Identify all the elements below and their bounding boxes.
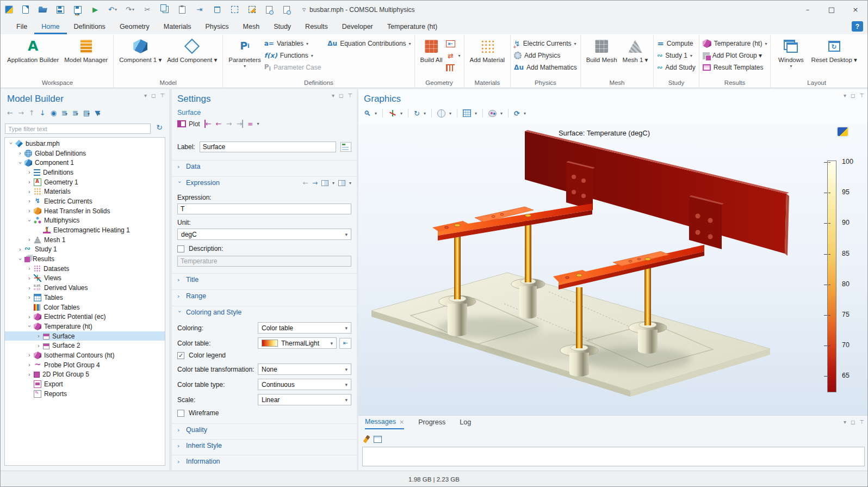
tree-item-global-definitions[interactable]: ›Global Definitions bbox=[5, 149, 165, 158]
section-expression[interactable]: ›Expression ← → ▾ ▾ bbox=[172, 176, 357, 189]
panel-pin-icon[interactable]: ⊤ bbox=[160, 93, 165, 98]
tree-item-multiphysics[interactable]: ›Multiphysics bbox=[5, 216, 165, 226]
menu-tab-home[interactable]: Home bbox=[34, 19, 66, 34]
expand-arrow[interactable]: › bbox=[26, 314, 33, 320]
panel-pin-icon[interactable]: ⊤ bbox=[348, 93, 352, 98]
plot-next-icon[interactable]: → bbox=[226, 120, 232, 128]
tree-item-materials[interactable]: ›Materials bbox=[5, 187, 165, 196]
color-table-transformation-dropdown[interactable]: None▾ bbox=[258, 363, 351, 375]
model-tree-nodes-icon[interactable]: ▤▾ bbox=[83, 109, 90, 117]
expand-arrow[interactable]: › bbox=[26, 169, 33, 175]
plot-first-icon[interactable]: ← bbox=[204, 120, 212, 128]
geometry-sync-button[interactable]: ⇄▾ bbox=[446, 51, 461, 60]
equation-contributions-button[interactable]: Δu Equation Contributions▾ bbox=[327, 38, 411, 50]
electric-currents-button[interactable]: ↯ Electric Currents▾ bbox=[514, 38, 577, 50]
add-material-button[interactable]: Add Material bbox=[468, 36, 507, 64]
help-button[interactable]: ? bbox=[852, 21, 863, 32]
tree-item-reports[interactable]: ›Reports bbox=[5, 389, 165, 399]
tree-item-results[interactable]: ›Results bbox=[5, 254, 165, 264]
menu-tab-physics[interactable]: Physics bbox=[198, 19, 235, 34]
tree-item-electric-currents[interactable]: ›Electric Currents bbox=[5, 196, 165, 206]
panel-float-icon[interactable]: ◻ bbox=[151, 93, 156, 98]
plot-last-icon[interactable]: → bbox=[236, 120, 243, 128]
panel-float-icon[interactable]: ◻ bbox=[851, 419, 855, 425]
unit-dropdown[interactable]: degC▾ bbox=[177, 229, 351, 240]
section-information[interactable]: ›Information bbox=[172, 455, 357, 467]
tree-item-mesh-1[interactable]: ›Mesh 1 bbox=[5, 235, 165, 245]
expand-arrow[interactable]: › bbox=[16, 150, 24, 156]
color-palette-icon[interactable] bbox=[488, 110, 497, 117]
expand-all-icon[interactable]: ≣▾ bbox=[72, 109, 78, 117]
expand-arrow[interactable]: › bbox=[26, 362, 33, 368]
panel-menu-icon[interactable]: ▾ bbox=[844, 93, 846, 98]
plot-image-icon[interactable] bbox=[838, 127, 848, 136]
expand-arrow[interactable]: › bbox=[26, 294, 33, 300]
expand-arrow[interactable]: › bbox=[27, 217, 33, 224]
tree-item-study-1[interactable]: ›Study 1 bbox=[5, 245, 165, 255]
move-up-icon[interactable]: ↑ bbox=[29, 109, 35, 117]
expand-arrow[interactable]: › bbox=[26, 237, 33, 243]
messages-tab-messages[interactable]: Messages× bbox=[365, 418, 404, 429]
add-plot-group-button[interactable]: Add Plot Group ▾ bbox=[703, 50, 767, 61]
add-mathematics-button[interactable]: Δu Add Mathematics bbox=[514, 61, 577, 73]
new-file-icon[interactable] bbox=[21, 5, 30, 15]
tree-item-heat-transfer-in-solids[interactable]: ›Heat Transfer in Solids bbox=[5, 206, 165, 216]
color-legend-checkbox[interactable]: ✓ bbox=[177, 352, 184, 359]
replace-expression-icon[interactable] bbox=[338, 180, 345, 186]
plot-in-icon[interactable]: = bbox=[247, 120, 252, 128]
panel-menu-icon[interactable]: ▾ bbox=[332, 93, 334, 98]
expand-arrow[interactable]: › bbox=[26, 208, 33, 214]
expand-arrow[interactable]: › bbox=[16, 246, 24, 252]
panel-float-icon[interactable]: ◻ bbox=[851, 93, 855, 98]
close-tab-icon[interactable]: × bbox=[399, 418, 404, 426]
tree-item-geometry-1[interactable]: ›Geometry 1 bbox=[5, 177, 165, 187]
menu-tab-mesh[interactable]: Mesh bbox=[236, 19, 267, 34]
build-mesh-button[interactable]: Build Mesh bbox=[584, 36, 619, 64]
tree-item-2d-plot-group-5[interactable]: ›2D Plot Group 5 bbox=[5, 370, 165, 380]
scene-light-icon[interactable] bbox=[437, 109, 445, 118]
deselect-box-icon[interactable] bbox=[247, 5, 257, 15]
section-data[interactable]: ›Data bbox=[172, 160, 357, 172]
select-box-icon[interactable] bbox=[230, 5, 239, 15]
find-icon[interactable] bbox=[264, 5, 274, 15]
menu-tab-results[interactable]: Results bbox=[298, 19, 335, 34]
messages-tab-log[interactable]: Log bbox=[460, 418, 471, 429]
insert-sequence-button[interactable]: ⇤ bbox=[446, 39, 461, 48]
back-icon[interactable]: ← bbox=[7, 109, 13, 117]
filter-refresh-icon[interactable]: ↻ bbox=[156, 123, 163, 132]
insert-expression-icon[interactable] bbox=[321, 180, 328, 186]
variables-button[interactable]: a= Variables▾ bbox=[264, 38, 321, 50]
maximize-button[interactable]: □ bbox=[820, 1, 844, 19]
study-1-button[interactable]: ∾ Study 1▾ bbox=[657, 50, 695, 61]
messages-tab-progress[interactable]: Progress bbox=[418, 418, 445, 429]
compute-button[interactable]: = Compute bbox=[657, 38, 695, 50]
expand-arrow[interactable]: › bbox=[35, 333, 42, 339]
copy-icon[interactable] bbox=[160, 5, 170, 15]
forward-icon[interactable]: → bbox=[18, 109, 24, 117]
expand-arrow[interactable]: › bbox=[17, 159, 23, 167]
delete-icon[interactable] bbox=[212, 5, 222, 15]
application-builder-button[interactable]: A Application Builder bbox=[5, 36, 61, 64]
parameters-button[interactable]: Pi Parameters▾ bbox=[226, 36, 263, 69]
expand-arrow[interactable]: › bbox=[27, 323, 33, 330]
tree-item-surface-2[interactable]: ›Surface 2 bbox=[5, 341, 165, 350]
move-down-icon[interactable]: ↓ bbox=[40, 109, 46, 117]
tree-item-busbar-mph[interactable]: ›busbar.mph bbox=[5, 139, 165, 149]
panel-menu-icon[interactable]: ▾ bbox=[844, 419, 846, 425]
close-button[interactable]: × bbox=[844, 1, 867, 19]
filter-funnel-icon[interactable]: ▼▾ bbox=[95, 109, 100, 117]
plot-canvas[interactable]: Surface: Temperature (degC) 100959085807… bbox=[358, 124, 868, 415]
tree-item-electromagnetic-heating-1[interactable]: ›Electromagnetic Heating 1 bbox=[5, 225, 165, 235]
menu-tab-definitions[interactable]: Definitions bbox=[67, 19, 113, 34]
menu-tab-temperature-ht[interactable]: Temperature (ht) bbox=[380, 19, 444, 34]
expand-arrow[interactable]: › bbox=[8, 140, 14, 147]
tree-item-datasets[interactable]: ›Datasets bbox=[5, 264, 165, 274]
find-replace-icon[interactable] bbox=[282, 5, 292, 15]
section-title[interactable]: ›Title bbox=[172, 273, 357, 286]
expand-arrow[interactable]: › bbox=[26, 266, 33, 272]
messages-output[interactable] bbox=[362, 447, 865, 466]
open-file-icon[interactable] bbox=[38, 5, 48, 15]
description-checkbox[interactable] bbox=[177, 245, 184, 252]
color-table-dropdown[interactable]: ThermalLight▾ bbox=[258, 337, 337, 349]
cut-icon[interactable]: ✂ bbox=[142, 5, 152, 15]
